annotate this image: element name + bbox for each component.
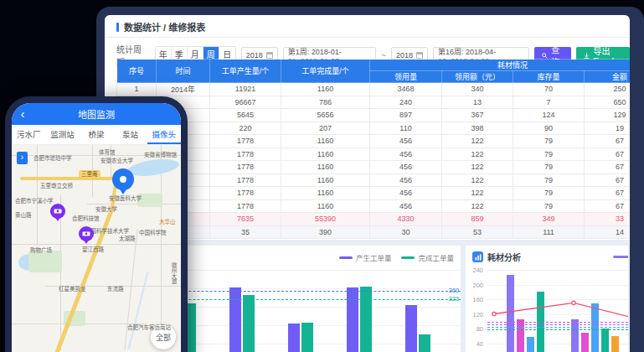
table-cell: 1778 — [210, 199, 281, 213]
table-cell: 1778 — [210, 135, 281, 148]
table-cell: 122 — [442, 173, 513, 187]
calendar-icon — [266, 52, 273, 59]
average-cell: 111 — [513, 225, 585, 239]
table-cell: 250 — [585, 83, 631, 96]
table-cell: 122 — [442, 161, 513, 174]
divider — [105, 37, 630, 38]
table-header: 序号 时间 工单产生量/个 工单完成量/个 耗材情况 领用量 领用额（元） 库存… — [117, 60, 631, 83]
col-header: 工单完成量/个 — [281, 60, 370, 83]
table-cell: 220 — [210, 122, 281, 135]
total-cell: 7635 — [210, 213, 281, 226]
table-cell: 1778 — [210, 161, 281, 174]
camera-icon — [54, 208, 62, 215]
map-label: 红星美凯龙 — [59, 284, 86, 292]
report-table: 序号 时间 工单产生量/个 工单完成量/个 耗材情况 领用量 领用额（元） 库存… — [116, 59, 630, 239]
table-cell: 129 — [585, 109, 631, 122]
table-cell: 67 — [585, 199, 631, 213]
camera-pin[interactable] — [50, 204, 65, 219]
phone-tab-bar: 污水厂监测站桥梁泵站摄像头 — [12, 125, 181, 145]
tab-监测站[interactable]: 监测站 — [45, 125, 79, 144]
sub-col-header: 领用量 — [370, 71, 442, 83]
map-label: 黄山路 — [15, 210, 32, 219]
average-cell: 390 — [281, 225, 370, 239]
table-row: 5177811604561227967 — [117, 135, 631, 148]
table-row: 356455656897367124129 — [117, 109, 631, 122]
tab-泵站[interactable]: 泵站 — [113, 125, 147, 144]
map-label: 中国科学院 — [139, 228, 167, 236]
sub-col-header: 金额 — [585, 71, 631, 83]
bar-完成工单量 — [243, 295, 255, 352]
sub-col-header: 领用额（元） — [442, 71, 513, 83]
total-cell: 349 — [513, 213, 585, 226]
map-label: 大华山 — [159, 217, 176, 225]
col-header: 时间 — [157, 60, 210, 83]
bar-产生工单量 — [405, 305, 417, 352]
trend-line — [466, 246, 628, 352]
table-cell: 398 — [442, 122, 513, 135]
table-cell: 67 — [585, 135, 631, 148]
map-expand-button[interactable]: › — [17, 152, 28, 164]
table-cell: 5645 — [210, 109, 281, 122]
table-cell: 79 — [513, 135, 585, 148]
table-row: 9177811604561227967 — [117, 187, 631, 200]
table-cell: 1160 — [281, 83, 370, 96]
table-body: 12014年1192111603468340702502966677862401… — [117, 83, 631, 239]
average-cell: 53 — [442, 225, 513, 239]
table-cell: 124 — [513, 109, 585, 122]
map-label: 购物广场 — [30, 246, 52, 254]
table-cell: 650 — [585, 96, 631, 109]
total-row: 合计763555390433085934933 — [117, 213, 631, 226]
table-cell: 3468 — [370, 83, 442, 96]
table-cell: 122 — [442, 187, 513, 200]
breadcrumb-accent-bar — [116, 23, 119, 32]
table-cell: 456 — [370, 173, 442, 187]
col-header: 工单产生量/个 — [210, 60, 281, 83]
tab-桥梁[interactable]: 桥梁 — [80, 125, 113, 144]
bar-产生工单量 — [229, 287, 241, 352]
bar-完成工单量 — [419, 334, 430, 352]
camera-pin[interactable] — [79, 226, 94, 241]
bar-完成工单量 — [360, 287, 372, 352]
table-cell: 456 — [370, 148, 442, 161]
map-label: 合肥市宁溪小学 — [15, 196, 54, 204]
bar-产生工单量 — [288, 324, 300, 352]
table-cell: 2014年 — [157, 83, 210, 96]
table-cell: 11921 — [210, 83, 281, 96]
table-cell: 456 — [370, 135, 442, 148]
map-label: 合肥科技馆 — [72, 214, 100, 222]
table-cell: 79 — [513, 161, 585, 174]
table-row: 8177811604561227967 — [117, 173, 631, 187]
table-cell: 1778 — [210, 187, 281, 200]
table-cell: 456 — [370, 161, 442, 174]
phone-page-title: 地图监测 — [12, 107, 181, 121]
table-row: 7177811604561227967 — [117, 161, 631, 174]
table-cell: 1 — [117, 83, 157, 96]
legend-item[interactable]: 完成工单量 — [401, 252, 454, 262]
table-cell: 456 — [370, 199, 442, 213]
map-label: 徽州大道 — [169, 262, 178, 284]
pin-center-dot — [120, 176, 126, 183]
table-cell: 67 — [585, 161, 631, 174]
table-row: 10177811604561227967 — [117, 199, 631, 213]
table-cell: 67 — [585, 148, 631, 161]
table-row: 296667786240137650 — [117, 96, 631, 109]
phone-mockup: ‹ 地图监测 污水厂监测站桥梁泵站摄像头 — [5, 96, 188, 352]
table-row: 6177811604561227967 — [117, 148, 631, 161]
legend-item[interactable]: 产生工单量 — [339, 252, 392, 262]
map-label: 安徽省博物馆 — [144, 150, 177, 158]
tab-摄像头[interactable]: 摄像头 — [147, 125, 181, 144]
table-cell: 96667 — [210, 96, 281, 109]
tab-污水厂[interactable]: 污水厂 — [12, 125, 45, 144]
table-cell: 1778 — [210, 173, 281, 187]
table-cell: 79 — [513, 148, 585, 161]
selected-camera-pin[interactable] — [112, 168, 134, 190]
table-cell: 340 — [442, 83, 513, 96]
map-label: 体育馆 — [99, 148, 116, 156]
map-canvas[interactable]: › 全部 三里庵合肥市琥珀中学体育馆安徽农业大学安徽省博物馆五里墩立交桥安徽医科… — [12, 145, 181, 352]
legend-label: 完成工单量 — [418, 252, 454, 262]
map-label: 合肥汽车客运南站 — [127, 323, 171, 331]
total-cell: 33 — [585, 213, 631, 226]
table-cell: 79 — [513, 187, 585, 200]
table-cell: 207 — [281, 122, 370, 135]
table-cell: 456 — [370, 187, 442, 200]
